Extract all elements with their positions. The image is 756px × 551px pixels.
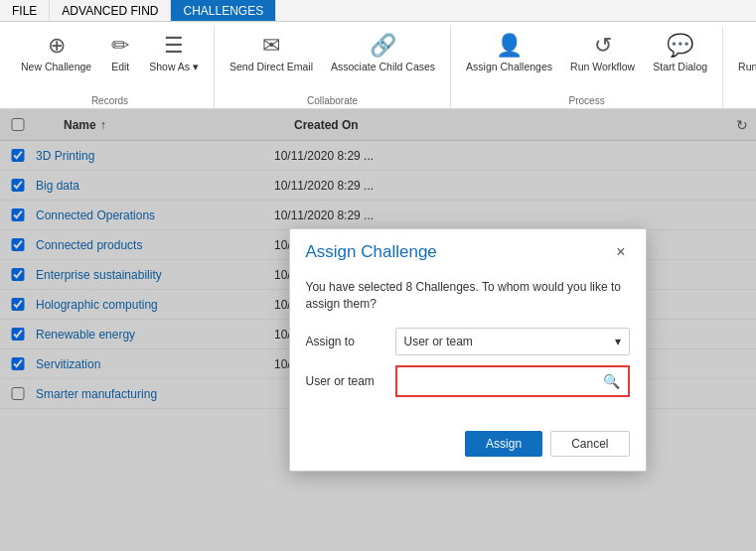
start-dialog-button[interactable]: 💬 Start Dialog xyxy=(644,28,716,91)
assign-to-label: Assign to xyxy=(306,335,395,348)
search-icon: 🔍 xyxy=(603,373,620,389)
assign-button[interactable]: Assign xyxy=(465,431,542,457)
new-challenge-icon: ⊕ xyxy=(48,33,66,59)
collaborate-buttons: ✉ Send Direct Email 🔗 Associate Child Ca… xyxy=(221,28,444,91)
run-workflow-icon: ↺ xyxy=(594,33,612,59)
assign-to-field: User or team ▾ xyxy=(395,328,630,355)
collaborate-group-label: Collaborate xyxy=(307,93,358,108)
tab-file[interactable]: FILE xyxy=(0,0,50,21)
user-or-team-input-wrapper: 🔍 xyxy=(395,365,630,397)
user-or-team-search-button[interactable]: 🔍 xyxy=(595,369,628,393)
show-as-button[interactable]: ☰ Show As ▾ xyxy=(140,28,208,91)
modal-description: You have selected 8 Challenges. To whom … xyxy=(306,279,630,313)
send-direct-email-icon: ✉ xyxy=(262,33,280,59)
edit-icon: ✏ xyxy=(111,33,129,59)
grid-area: Name ↑ Created On ↻ 3D Printing 10/11/20… xyxy=(0,109,756,551)
process-buttons: 👤 Assign Challenges ↺ Run Workflow 💬 Sta… xyxy=(457,28,716,91)
user-or-team-label: User or team xyxy=(306,374,395,388)
chevron-down-icon: ▾ xyxy=(615,335,621,348)
modal-footer: Assign Cancel xyxy=(290,423,646,471)
modal-header: Assign Challenge × xyxy=(290,229,646,271)
modal-overlay: Assign Challenge × You have selected 8 C… xyxy=(0,109,756,551)
associate-child-icon: 🔗 xyxy=(370,33,396,59)
assign-challenge-modal: Assign Challenge × You have selected 8 C… xyxy=(289,228,647,473)
ribbon: ⊕ New Challenge ✏ Edit ☰ Show As ▾ Recor… xyxy=(0,22,756,109)
modal-body: You have selected 8 Challenges. To whom … xyxy=(290,271,646,424)
run-workflow-button[interactable]: ↺ Run Workflow xyxy=(561,28,644,91)
user-or-team-row: User or team 🔍 xyxy=(306,365,630,397)
assign-icon: 👤 xyxy=(496,33,523,59)
cancel-button[interactable]: Cancel xyxy=(550,431,629,457)
send-direct-email-button[interactable]: ✉ Send Direct Email xyxy=(221,28,322,91)
assign-challenges-button[interactable]: 👤 Assign Challenges xyxy=(457,28,561,91)
records-group-label: Records xyxy=(91,93,128,108)
edit-button[interactable]: ✏ Edit xyxy=(100,28,140,91)
start-dialog-icon: 💬 xyxy=(667,33,693,59)
run-report-button[interactable]: 📊 Run Report ▾ xyxy=(729,28,756,91)
assign-to-row: Assign to User or team ▾ xyxy=(306,328,630,355)
modal-title: Assign Challenge xyxy=(306,242,437,262)
ribbon-group-data: 📊 Run Report ▾ 📗 Excel Templates ▾ 📘 Wor… xyxy=(723,26,756,108)
process-group-label: Process xyxy=(569,93,605,108)
ribbon-content: ⊕ New Challenge ✏ Edit ☰ Show As ▾ Recor… xyxy=(0,22,756,108)
show-as-icon: ☰ xyxy=(164,33,184,59)
associate-child-cases-button[interactable]: 🔗 Associate Child Cases xyxy=(322,28,444,91)
assign-to-select[interactable]: User or team ▾ xyxy=(395,328,630,355)
tab-challenges[interactable]: CHALLENGES xyxy=(171,0,276,21)
new-challenge-button[interactable]: ⊕ New Challenge xyxy=(12,28,100,91)
assign-to-value: User or team xyxy=(404,335,473,348)
ribbon-group-collaborate: ✉ Send Direct Email 🔗 Associate Child Ca… xyxy=(215,26,451,108)
ribbon-group-records: ⊕ New Challenge ✏ Edit ☰ Show As ▾ Recor… xyxy=(6,26,215,108)
ribbon-group-process: 👤 Assign Challenges ↺ Run Workflow 💬 Sta… xyxy=(451,26,723,108)
modal-close-button[interactable]: × xyxy=(612,241,629,263)
data-buttons: 📊 Run Report ▾ 📗 Excel Templates ▾ 📘 Wor… xyxy=(729,28,756,91)
top-nav: FILE ADVANCED FIND CHALLENGES xyxy=(0,0,756,22)
user-or-team-input[interactable] xyxy=(397,367,595,395)
tab-advanced-find[interactable]: ADVANCED FIND xyxy=(50,0,171,21)
records-buttons: ⊕ New Challenge ✏ Edit ☰ Show As ▾ xyxy=(12,28,208,91)
